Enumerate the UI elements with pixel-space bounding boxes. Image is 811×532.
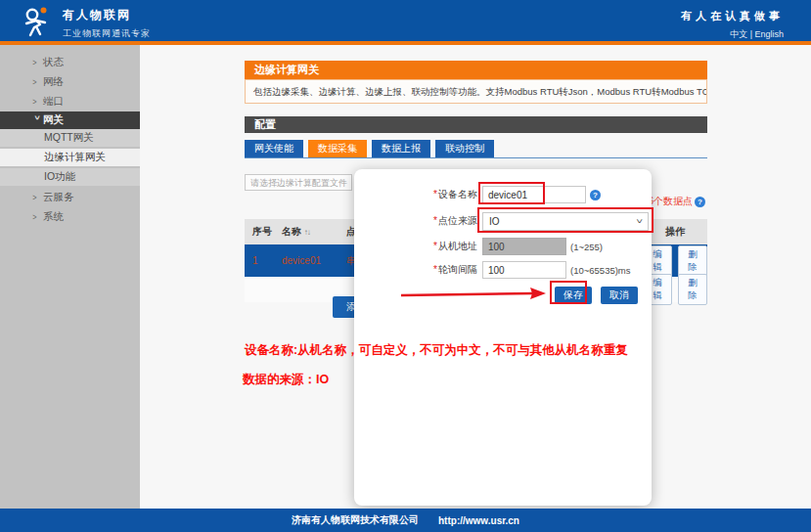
slave-address-hint: (1~255) bbox=[570, 242, 603, 252]
sidebar-item-network[interactable]: > 网络 bbox=[0, 72, 140, 92]
section-title: 配置 bbox=[245, 116, 707, 133]
tab-gateway-enable[interactable]: 网关使能 bbox=[245, 140, 303, 157]
config-file-input[interactable] bbox=[245, 174, 352, 191]
tab-bar: 网关使能 数据采集 数据上报 联动控制 bbox=[245, 140, 494, 157]
annotation-box-device-name bbox=[478, 182, 545, 204]
sidebar-item-port[interactable]: > 端口 bbox=[0, 92, 140, 111]
tab-linkage-control[interactable]: 联动控制 bbox=[435, 140, 494, 157]
footer-bar: 济南有人物联网技术有限公司 http://www.usr.cn bbox=[0, 509, 811, 532]
slave-address-row: *从机地址 (1~255) bbox=[354, 237, 652, 256]
chevron-right-icon: > bbox=[32, 193, 42, 203]
chevron-right-icon: > bbox=[32, 212, 42, 223]
tab-underline bbox=[245, 157, 707, 158]
sidebar-item-cloud-service[interactable]: > 云服务 bbox=[0, 188, 140, 207]
tab-data-report[interactable]: 数据上报 bbox=[372, 140, 430, 157]
poll-interval-label: 轮询间隔 bbox=[438, 264, 477, 275]
cancel-button[interactable]: 取消 bbox=[601, 287, 638, 304]
brand-slogan: 工业物联网通讯专家 bbox=[63, 27, 151, 40]
annotation-box-save bbox=[550, 281, 587, 304]
annotation-note-data-source: 数据的来源：IO bbox=[243, 372, 329, 388]
chevron-down-icon: > bbox=[32, 115, 43, 125]
sidebar-item-status[interactable]: > 状态 bbox=[0, 53, 140, 72]
chevron-right-icon: > bbox=[32, 97, 42, 108]
chevron-right-icon: > bbox=[32, 58, 42, 68]
sidebar-nav: > 状态 > 网络 > 端口 > 网关 MQTT网关 边缘计算网关 IO功能 >… bbox=[0, 45, 140, 509]
page-title: 边缘计算网关 bbox=[245, 61, 707, 79]
chevron-right-icon: > bbox=[32, 77, 42, 88]
tab-data-collection[interactable]: 数据采集 bbox=[308, 140, 367, 157]
usr-logo-icon bbox=[20, 4, 55, 39]
delete-button[interactable]: 删除 bbox=[678, 274, 707, 305]
footer-url[interactable]: http://www.usr.cn bbox=[438, 515, 519, 526]
annotation-box-point-source bbox=[477, 207, 653, 233]
point-source-label: 点位来源 bbox=[438, 215, 477, 226]
slave-address-field bbox=[482, 238, 566, 255]
poll-interval-row: *轮询间隔 (10~65535)ms bbox=[354, 260, 652, 280]
sidebar-item-io-function[interactable]: IO功能 bbox=[0, 168, 140, 186]
slave-address-label: 从机地址 bbox=[438, 241, 477, 251]
sidebar-item-edge-gateway[interactable]: 边缘计算网关 bbox=[0, 149, 140, 166]
col-index: 序号 bbox=[245, 225, 282, 239]
col-name[interactable]: 名称 ↑↓ bbox=[282, 225, 346, 239]
annotation-note-device-name: 设备名称:从机名称，可自定义，不可为中文，不可与其他从机名称重复 bbox=[245, 342, 628, 359]
sort-icon[interactable]: ↑↓ bbox=[304, 228, 310, 237]
footer-company: 济南有人物联网技术有限公司 bbox=[292, 513, 419, 527]
delete-button[interactable]: 删除 bbox=[678, 245, 707, 277]
annotation-arrow-icon bbox=[399, 286, 548, 301]
info-icon[interactable]: ? bbox=[590, 190, 601, 200]
sidebar-item-gateway[interactable]: > 网关 bbox=[0, 111, 140, 129]
sidebar-item-mqtt-gateway[interactable]: MQTT网关 bbox=[0, 129, 140, 147]
page-description: 包括边缘采集、边缘计算、边缘上报、联动控制等功能。支持Modbus RTU转Js… bbox=[245, 79, 707, 104]
app-window: 有人物联网 工业物联网通讯专家 有人在认真做事 中文 | English > 状… bbox=[0, 0, 811, 532]
sidebar-item-system[interactable]: > 系统 bbox=[0, 207, 140, 227]
info-icon[interactable]: ? bbox=[695, 197, 705, 207]
poll-interval-field[interactable] bbox=[482, 261, 566, 279]
poll-interval-hint: (10~65535)ms bbox=[570, 265, 631, 276]
brand-name: 有人物联网 bbox=[63, 7, 151, 23]
device-name-label: 设备名称 bbox=[438, 189, 477, 200]
